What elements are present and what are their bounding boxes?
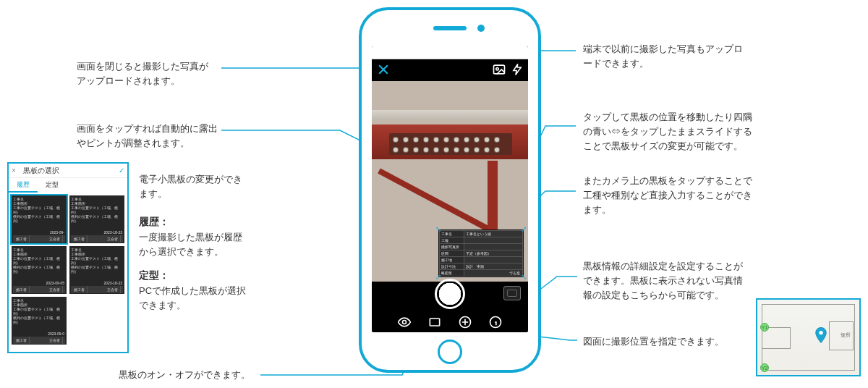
callout-boardtoggle: 黒板のオン・オフができます。 [119,368,250,382]
board-card[interactable]: 工事名工事箇所 工事の位置テスト（工場、横列）横列の位置テスト（工場、横列） 2… [12,297,67,345]
board-card[interactable]: 工事名工事箇所 工事の位置テスト（工場、横列）横列の位置テスト（工場、横列） 2… [69,246,124,294]
last-photo-thumb[interactable] [503,286,521,300]
callout-tapfocus: 画面をタップすれば自動的に露出やピントが調整されます。 [77,122,218,151]
tab-template[interactable]: 定型 [38,178,67,193]
resize-handle-icon[interactable]: ⤡ [435,226,442,233]
viewfinder[interactable]: ⤡ ⤢ ⤢ ⤡ 工事名工事名という線 工種 撮影写真所 区間予定（参考図） 施工… [372,81,528,282]
camera-screen: ⤡ ⤢ ⤢ ⤡ 工事名工事名という線 工種 撮影写真所 区間予定（参考図） 施工… [372,46,528,332]
svg-rect-11 [430,319,439,326]
blackboard-overlay[interactable]: ⤡ ⤢ ⤢ ⤡ 工事名工事名という線 工種 撮影写真所 区間予定（参考図） 施工… [438,229,524,277]
map-pin-icon[interactable] [815,327,827,343]
callout-history: 履歴：一度撮影した黒板が履歴から選択できます。 [139,214,242,259]
callout-editboard: またカメラ上の黒板をタップすることで工種や種別など直接入力することができます。 [583,174,752,217]
svg-point-10 [403,321,407,324]
resize-handle-icon[interactable]: ⤢ [520,226,527,233]
svg-point-14 [819,331,822,334]
board-toggle-icon[interactable] [397,315,412,329]
panel-title: 黒板の選択 [23,166,59,174]
shutter-button[interactable] [435,279,465,309]
board-card[interactable]: 工事名工事箇所 工事の位置テスト（工場、横列）横列の位置テスト（工場、横列） 2… [69,195,124,243]
board-card[interactable]: 工事名工事箇所 工事の位置テスト（工場、横列）横列の位置テスト（工場、横列） 2… [12,195,67,243]
map-node[interactable]: Y1 [760,323,769,332]
map-node[interactable]: Y2 [760,363,769,372]
callout-mappos: 図面に撮影位置を指定できます。 [583,334,724,349]
callout-close: 画面を閉じると撮影した写真がアップロードされます。 [77,59,208,88]
svg-point-9 [496,68,498,70]
tab-history[interactable]: 履歴 [9,178,38,193]
callout-move: タップして黒板の位置を移動したり四隅の青い⇔をタップしたままスライドすることで黒… [583,110,752,153]
callout-detail: 黒板情報の詳細設定を設定することができます。黒板に表示されない写真情報の設定もこ… [583,259,743,303]
callout-template: 定型：PCで作成した黒板が選択できます。 [139,268,246,313]
blackboard-table: 工事名工事名という線 工種 撮影写真所 区間予定（参考図） 施工地 設計寸法設計… [439,230,523,277]
flash-icon[interactable] [511,62,524,77]
gallery-icon[interactable] [492,62,506,77]
home-button[interactable] [438,340,462,364]
blackboard-slogan: でる造 [509,271,520,275]
board-card[interactable]: 工事名工事箇所 工事の位置テスト（工場、横列）横列の位置テスト（工場、横列） 2… [12,246,67,294]
phone-frame: ⤡ ⤢ ⤢ ⤡ 工事名工事名という線 工種 撮影写真所 区間予定（参考図） 施工… [359,7,541,373]
board-select-panel: × 黒板の選択 ✓ 履歴 定型 工事名工事箇所 工事の位置テスト（工場、横列）横… [7,162,129,353]
panel-grid: 工事名工事箇所 工事の位置テスト（工場、横列）横列の位置テスト（工場、横列） 2… [9,193,127,352]
panel-confirm-icon[interactable]: ✓ [119,164,124,178]
panel-close-icon[interactable]: × [12,164,16,178]
callout-gallery: 端末で以前に撮影した写真もアップロードできます。 [583,42,743,71]
floorplan[interactable]: 便所 Y1 Y2 [756,298,861,376]
shoot-pos-icon[interactable] [458,315,472,329]
detail-info-icon[interactable] [488,315,503,329]
board-select-icon[interactable] [427,315,442,329]
close-icon[interactable] [376,62,391,77]
callout-boardchange: 電子小黒板の変更ができます。 [139,172,242,201]
